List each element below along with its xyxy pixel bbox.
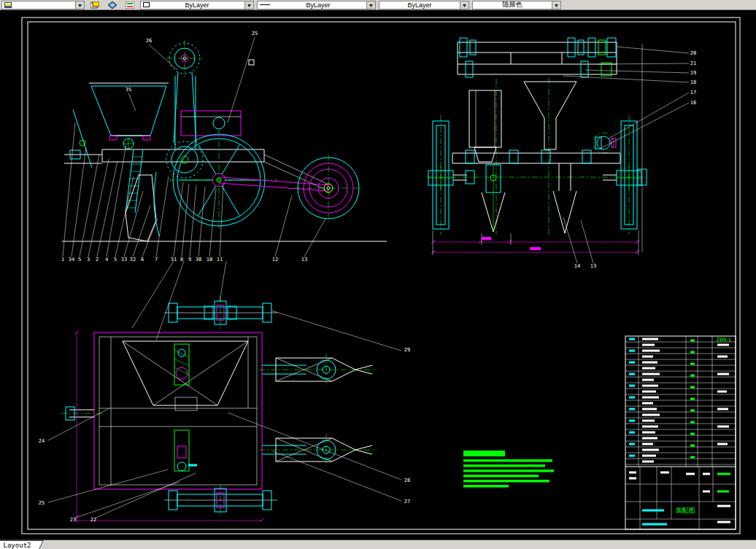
plot-style-control-value: 随颜色 [475,0,549,9]
part-number-callout: 29 [404,347,410,353]
plan-view [61,296,377,522]
part-number-callout: 28 [404,478,410,483]
part-number-callout: 17 [690,90,696,96]
layout2-tab-label: Layout2 [4,542,31,549]
part-number-callout: 24 [39,438,45,444]
leader-lines [48,37,689,518]
part-number-callout: 22 [90,517,96,523]
title-block: ZBN-1 装配图 [625,336,736,529]
part-number-callout: 1 [61,257,64,262]
part-number-callout: 25 [39,500,45,506]
part-number-callout: 33 [121,257,127,262]
part-number-callout: 2 [96,257,99,262]
part-number-callout: 4 [105,257,108,262]
chevron-down-icon[interactable]: ▼ [460,1,468,9]
part-number-callout: 25 [252,31,258,36]
layout2-tab[interactable]: Layout2 [0,540,44,549]
drawing-number: ZBN-1 [717,337,731,343]
part-number-callout: 26 [146,38,152,44]
part-number-callout: 27 [404,499,410,505]
chevron-down-icon[interactable]: ▼ [244,1,253,9]
chevron-down-icon[interactable]: ▼ [366,1,375,9]
layer-control-dropdown[interactable]: ▼ [1,1,85,9]
layout-tab-bar: Layout2 [0,540,756,549]
part-number-callout: 18 [690,79,696,85]
part-number-callout: 31 [171,257,177,262]
part-number-callout: 35 [126,87,131,93]
linetype-sample-icon [260,4,270,5]
part-number-callout: 23 [70,517,76,523]
drawing-title: 装配图 [676,507,695,514]
part-number-callout: 6 [141,257,144,262]
rear-view-right-callouts: 202119181716 [690,50,696,106]
technical-requirements-text [463,451,554,488]
part-number-callout: 19 [690,70,696,76]
part-number-callout: 21 [690,61,696,66]
part-number-callout: 12 [272,257,278,262]
layer-manager-icon[interactable] [123,0,137,9]
part-number-callout: 5 [114,257,117,262]
color-control-value: ByLayer [152,1,242,9]
part-number-callout: 11 [217,257,223,262]
linetype-control-value: ByLayer [272,1,364,9]
part-number-callout: 32 [130,257,136,262]
linetype-control-dropdown[interactable]: ByLayer ▼ [257,1,376,9]
chevron-down-icon[interactable]: ▼ [75,1,84,9]
part-number-callout: 13 [590,263,596,269]
layer-state-icon [4,2,12,8]
part-number-callout: 8 [180,257,183,262]
part-number-callout: 16 [690,100,696,106]
make-object-layer-current-icon[interactable] [88,0,102,9]
color-control-dropdown[interactable]: ByLayer ▼ [140,1,254,9]
part-number-callout: 34 [69,257,74,262]
part-number-callout: 20 [690,50,696,56]
part-number-callout: 3 [87,257,90,262]
side-view-bottom-callouts: 1345324533326731893010111213 [61,257,307,262]
part-number-callout: 30 [196,257,201,262]
layer-previous-icon[interactable] [105,0,120,9]
part-number-callout: 5 [78,257,81,262]
color-swatch [143,2,150,7]
part-number-callout: 7 [155,257,158,262]
properties-toolbar: ▼ ByLayer ▼ ByLayer ▼ ByLayer ▼ 随颜色 ▼ [0,0,756,10]
side-elevation-view [62,40,387,241]
part-number-callout: 9 [188,257,191,262]
drawing-canvas[interactable]: ZBN-1 装配图 352625 13453245333267318930101… [0,10,756,540]
chevron-down-icon[interactable]: ▼ [552,1,560,9]
rear-view-bottom-callouts: 1413 [574,263,596,269]
lineweight-control-dropdown[interactable]: ByLayer ▼ [379,1,469,9]
assembly-drawing: ZBN-1 装配图 352625 13453245333267318930101… [0,10,756,540]
part-number-callout: 10 [207,257,212,262]
rear-view [427,38,647,255]
lineweight-control-value: ByLayer [382,1,458,9]
part-number-callout: 14 [574,263,580,269]
plot-style-control-dropdown[interactable]: 随颜色 ▼ [472,1,561,9]
part-number-callout: 13 [301,257,307,262]
